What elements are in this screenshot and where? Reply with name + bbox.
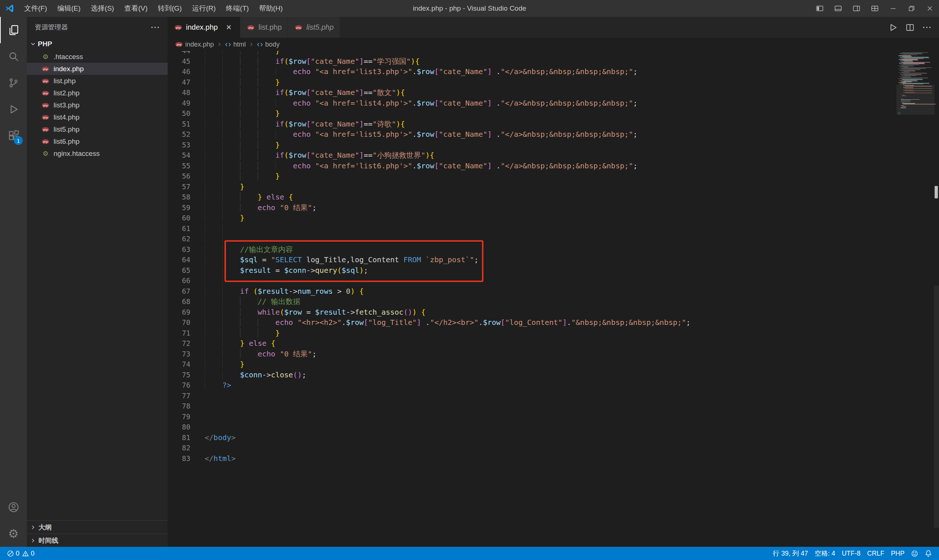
- code-line[interactable]: 58 } else {: [168, 192, 891, 202]
- status-item[interactable]: 空格: 4: [811, 547, 839, 560]
- search-icon[interactable]: [0, 43, 27, 70]
- line-number[interactable]: 81: [168, 432, 190, 443]
- file-item[interactable]: phplist5.php: [27, 123, 168, 135]
- line-number[interactable]: 76: [168, 380, 190, 391]
- status-item[interactable]: UTF-8: [839, 547, 864, 560]
- code-line[interactable]: 81</body>: [168, 432, 891, 443]
- menu-item[interactable]: 转到(G): [152, 0, 187, 17]
- line-number[interactable]: 58: [168, 192, 190, 202]
- line-number[interactable]: 73: [168, 349, 190, 359]
- code-line[interactable]: 67 if ($result->num_rows > 0) {: [168, 286, 891, 297]
- code-line[interactable]: 53 }: [168, 140, 891, 150]
- timeline-section[interactable]: 时间线: [27, 534, 168, 547]
- code-line[interactable]: 56 }: [168, 171, 891, 182]
- toggle-panel-icon[interactable]: [829, 0, 847, 17]
- line-number[interactable]: 75: [168, 370, 190, 380]
- line-number[interactable]: 53: [168, 140, 190, 150]
- code-line[interactable]: 63 //输出文章内容: [168, 244, 891, 255]
- toggle-sidebar-icon[interactable]: [811, 0, 829, 17]
- code-line[interactable]: 82: [168, 443, 891, 453]
- line-number[interactable]: 50: [168, 108, 190, 119]
- editor-scrollbar[interactable]: [934, 286, 939, 528]
- code-line[interactable]: 45 if($row["cate_Name"]=="学习强国"){: [168, 56, 891, 67]
- line-number[interactable]: 80: [168, 422, 190, 432]
- account-icon[interactable]: [0, 494, 27, 520]
- code-line[interactable]: 51 if($row["cate_Name"]=="诗歌"){: [168, 119, 891, 129]
- code-line[interactable]: 71 }: [168, 328, 891, 338]
- file-item[interactable]: phpindex.php: [27, 63, 168, 75]
- editor-more-actions-icon[interactable]: ⋯: [919, 20, 934, 35]
- line-number[interactable]: 83: [168, 453, 190, 464]
- minimap[interactable]: [898, 52, 933, 114]
- code-line[interactable]: 50 }: [168, 108, 891, 119]
- line-number[interactable]: 66: [168, 275, 190, 286]
- customize-layout-icon[interactable]: [866, 0, 884, 17]
- tab-index.php[interactable]: phpindex.php✕: [168, 17, 240, 38]
- file-item[interactable]: ⚙nginx.htaccess: [27, 148, 168, 160]
- line-number[interactable]: 52: [168, 129, 190, 140]
- tab-list5.php[interactable]: phplist5.php: [288, 17, 340, 38]
- line-number[interactable]: 71: [168, 328, 190, 338]
- code-line[interactable]: 79: [168, 411, 891, 422]
- line-number[interactable]: 49: [168, 98, 190, 109]
- line-number[interactable]: 61: [168, 223, 190, 234]
- line-number[interactable]: 62: [168, 234, 190, 244]
- line-number[interactable]: 48: [168, 87, 190, 98]
- extensions-icon[interactable]: 1: [0, 123, 27, 149]
- line-number[interactable]: 54: [168, 150, 190, 161]
- line-number[interactable]: 68: [168, 296, 190, 307]
- problems-indicator[interactable]: 0 0: [4, 547, 38, 560]
- breadcrumb-item[interactable]: phpindex.php: [175, 41, 214, 48]
- line-number[interactable]: 51: [168, 119, 190, 129]
- code-line[interactable]: 75 $conn->close();: [168, 370, 891, 380]
- line-number[interactable]: 69: [168, 307, 190, 318]
- code-line[interactable]: 77: [168, 391, 891, 401]
- code-line[interactable]: 59 echo "0 结果";: [168, 202, 891, 213]
- line-number[interactable]: 70: [168, 317, 190, 328]
- code-line[interactable]: 64 $sql = "SELECT log_Title,log_Content …: [168, 254, 891, 265]
- restore-button[interactable]: [902, 0, 921, 17]
- run-debug-icon[interactable]: [0, 96, 27, 123]
- outline-section[interactable]: 大纲: [27, 520, 168, 534]
- folder-php[interactable]: PHP: [27, 37, 168, 51]
- line-number[interactable]: 74: [168, 359, 190, 370]
- code-line[interactable]: 46 echo "<a href='list3.php'>".$row["cat…: [168, 66, 891, 77]
- status-item[interactable]: CRLF: [864, 547, 888, 560]
- toggle-secondary-sidebar-icon[interactable]: [847, 0, 866, 17]
- line-number[interactable]: 77: [168, 391, 190, 401]
- feedback-icon[interactable]: [908, 547, 921, 560]
- notifications-bell-icon[interactable]: [921, 547, 935, 560]
- code-line[interactable]: 72 } else {: [168, 338, 891, 349]
- line-number[interactable]: 63: [168, 244, 190, 255]
- line-number[interactable]: 56: [168, 171, 190, 182]
- line-number[interactable]: 57: [168, 182, 190, 192]
- file-item[interactable]: phplist3.php: [27, 99, 168, 111]
- tab-list.php[interactable]: phplist.php: [240, 17, 288, 38]
- menu-item[interactable]: 帮助(H): [254, 0, 288, 17]
- line-number[interactable]: 59: [168, 202, 190, 213]
- code-line[interactable]: 69 while($row = $result->fetch_assoc()) …: [168, 307, 891, 318]
- explorer-icon[interactable]: [0, 17, 27, 43]
- code-line[interactable]: 68 // 输出数据: [168, 296, 891, 307]
- close-window-button[interactable]: [921, 0, 939, 17]
- line-number[interactable]: 55: [168, 161, 190, 171]
- line-number[interactable]: 44: [168, 51, 190, 56]
- line-number[interactable]: 46: [168, 66, 190, 77]
- file-item[interactable]: phplist6.php: [27, 135, 168, 148]
- menu-item[interactable]: 选择(S): [86, 0, 119, 17]
- code-line[interactable]: 74 }: [168, 359, 891, 370]
- menu-item[interactable]: 编辑(E): [52, 0, 85, 17]
- code-line[interactable]: 62: [168, 234, 891, 244]
- code-line[interactable]: 48 if($row["cate_Name"]=="散文"){: [168, 87, 891, 98]
- code-line[interactable]: 57 }: [168, 182, 891, 192]
- code-line[interactable]: 47 }: [168, 77, 891, 88]
- status-item[interactable]: PHP: [888, 547, 908, 560]
- file-item[interactable]: phplist4.php: [27, 111, 168, 123]
- line-number[interactable]: 45: [168, 56, 190, 67]
- breadcrumb-item[interactable]: body: [257, 41, 280, 48]
- line-number[interactable]: 82: [168, 443, 190, 453]
- code-line[interactable]: 83</html>: [168, 453, 891, 464]
- code-line[interactable]: 55 echo "<a href='list6.php'>".$row["cat…: [168, 161, 891, 171]
- split-editor-icon[interactable]: [902, 20, 918, 35]
- code-editor[interactable]: 44 }45 if($row["cate_Name"]=="学习强国"){46 …: [168, 51, 939, 547]
